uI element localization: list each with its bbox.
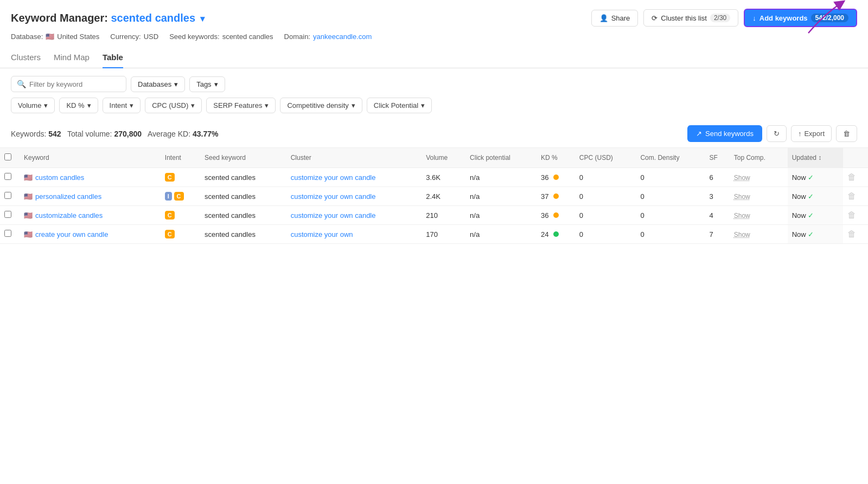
filter-input-container[interactable]: 🔍 bbox=[11, 76, 126, 92]
keywords-table: Keyword Intent Seed keyword Cluster Volu… bbox=[0, 148, 868, 244]
databases-dropdown[interactable]: Databases ▾ bbox=[131, 76, 185, 92]
volume-dropdown[interactable]: Volume ▾ bbox=[11, 98, 55, 113]
row-checkbox[interactable] bbox=[4, 230, 11, 237]
top-comp-cell: Show bbox=[730, 206, 788, 225]
row-checkbox-cell[interactable] bbox=[0, 225, 20, 244]
keywords-table-container: Keyword Intent Seed keyword Cluster Volu… bbox=[0, 148, 868, 244]
intent-badge: C bbox=[165, 211, 175, 220]
title-prefix: Keyword Manager: bbox=[11, 12, 111, 24]
intent-dropdown[interactable]: Intent ▾ bbox=[103, 98, 141, 113]
click-potential-dropdown[interactable]: Click Potential ▾ bbox=[367, 98, 432, 113]
click-potential-cell: n/a bbox=[465, 225, 537, 244]
kd-value: 43.77% bbox=[193, 130, 218, 138]
updated-cell: Now ✓ bbox=[788, 225, 843, 244]
chevron-down-icon: ▾ bbox=[44, 101, 48, 109]
intent-cell: C bbox=[161, 168, 200, 187]
cpc-cell: 0 bbox=[575, 225, 636, 244]
volume-value: 270,800 bbox=[114, 130, 142, 138]
send-keywords-button[interactable]: ↗ Send keywords bbox=[687, 125, 762, 142]
share-button[interactable]: 👤 Share bbox=[591, 10, 639, 27]
delete-cell[interactable]: 🗑 bbox=[843, 187, 868, 206]
tab-clusters[interactable]: Clusters bbox=[11, 47, 41, 68]
volume-cell: 3.6K bbox=[422, 168, 465, 187]
send-icon: ↗ bbox=[696, 130, 702, 138]
show-link[interactable]: Show bbox=[734, 212, 750, 220]
add-keywords-button[interactable]: ↓ Add keywords 542/2,000 bbox=[744, 9, 857, 27]
competitive-density-dropdown[interactable]: Competitive density ▾ bbox=[280, 98, 362, 113]
delete-cell[interactable]: 🗑 bbox=[843, 168, 868, 187]
updated-text: Now bbox=[792, 192, 806, 201]
sf-cell: 6 bbox=[705, 168, 730, 187]
keyword-link[interactable]: 🇺🇸 custom candles bbox=[24, 173, 156, 182]
row-checkbox-cell[interactable] bbox=[0, 187, 20, 206]
cpc-cell: 0 bbox=[575, 168, 636, 187]
search-icon: 🔍 bbox=[17, 80, 26, 88]
row-delete-button[interactable]: 🗑 bbox=[847, 191, 856, 201]
cluster-link[interactable]: customize your own candle bbox=[291, 173, 376, 182]
show-link[interactable]: Show bbox=[734, 174, 750, 182]
refresh-button[interactable]: ↻ bbox=[767, 125, 787, 142]
click-potential-cell: n/a bbox=[465, 187, 537, 206]
cluster-link[interactable]: customize your own candle bbox=[291, 211, 376, 220]
com-density-cell: 0 bbox=[636, 187, 705, 206]
delete-cell[interactable]: 🗑 bbox=[843, 225, 868, 244]
stats-row: Keywords: 542 Total volume: 270,800 Aver… bbox=[0, 121, 868, 148]
seed-info: Seed keywords: scented candles bbox=[169, 33, 273, 41]
serp-features-dropdown[interactable]: SERP Features ▾ bbox=[206, 98, 276, 113]
row-checkbox[interactable] bbox=[4, 192, 11, 199]
keyword-link[interactable]: 🇺🇸 create your own candle bbox=[24, 230, 156, 238]
title-chevron-icon[interactable]: ▾ bbox=[197, 14, 204, 23]
cluster-button[interactable]: ⟳ Cluster this list 2/30 bbox=[643, 9, 738, 27]
intent-badge: C bbox=[165, 230, 175, 238]
delete-cell[interactable]: 🗑 bbox=[843, 206, 868, 225]
top-comp-cell: Show bbox=[730, 187, 788, 206]
kd-cell: 37 bbox=[537, 187, 575, 206]
export-button[interactable]: ↑ Export bbox=[791, 125, 832, 142]
cpc-dropdown[interactable]: CPC (USD) ▾ bbox=[145, 98, 202, 113]
select-all-header[interactable] bbox=[0, 148, 20, 168]
show-link[interactable]: Show bbox=[734, 193, 750, 201]
row-checkbox[interactable] bbox=[4, 211, 11, 218]
click-potential-cell: n/a bbox=[465, 206, 537, 225]
cluster-cell: customize your own candle bbox=[286, 206, 422, 225]
updated-text: Now bbox=[792, 230, 806, 238]
cluster-link[interactable]: customize your own candle bbox=[291, 192, 376, 201]
select-all-checkbox[interactable] bbox=[4, 153, 11, 160]
cpc-cell: 0 bbox=[575, 206, 636, 225]
flag-icon: 🇺🇸 bbox=[24, 173, 33, 182]
tags-dropdown[interactable]: Tags ▾ bbox=[189, 76, 225, 92]
keyword-link[interactable]: 🇺🇸 customizable candles bbox=[24, 211, 156, 220]
com-density-cell: 0 bbox=[636, 225, 705, 244]
row-delete-button[interactable]: 🗑 bbox=[847, 172, 856, 182]
delete-button[interactable]: 🗑 bbox=[836, 125, 857, 142]
intent-badge: C bbox=[174, 192, 184, 201]
seed-keyword-cell: scented candles bbox=[200, 206, 286, 225]
top-comp-cell: Show bbox=[730, 168, 788, 187]
check-icon: ✓ bbox=[808, 192, 814, 201]
refresh-icon: ↻ bbox=[774, 130, 780, 138]
row-delete-button[interactable]: 🗑 bbox=[847, 229, 856, 238]
kd-dropdown[interactable]: KD % ▾ bbox=[59, 98, 98, 113]
show-link[interactable]: Show bbox=[734, 231, 750, 238]
tab-table[interactable]: Table bbox=[103, 47, 123, 68]
flag-icon: 🇺🇸 bbox=[24, 211, 33, 220]
domain-link[interactable]: yankeecandle.com bbox=[313, 33, 372, 41]
volume-cell: 210 bbox=[422, 206, 465, 225]
kd-col-header: KD % bbox=[537, 148, 575, 168]
add-keywords-badge: 542/2,000 bbox=[811, 14, 848, 22]
kd-dot bbox=[553, 231, 559, 237]
top-comp-col-header: Top Comp. bbox=[730, 148, 788, 168]
tab-mindmap[interactable]: Mind Map bbox=[54, 47, 90, 68]
row-checkbox[interactable] bbox=[4, 173, 11, 180]
chevron-down-icon: ▾ bbox=[352, 101, 355, 109]
filter-keyword-input[interactable] bbox=[29, 80, 120, 88]
cluster-link[interactable]: customize your own bbox=[291, 230, 353, 238]
cluster-cell: customize your own bbox=[286, 225, 422, 244]
check-icon: ✓ bbox=[808, 211, 814, 220]
updated-col-header[interactable]: Updated ↕ bbox=[788, 148, 843, 168]
row-checkbox-cell[interactable] bbox=[0, 168, 20, 187]
keyword-link[interactable]: 🇺🇸 personalized candles bbox=[24, 192, 156, 201]
row-delete-button[interactable]: 🗑 bbox=[847, 210, 856, 220]
row-checkbox-cell[interactable] bbox=[0, 206, 20, 225]
keywords-count: 542 bbox=[48, 130, 61, 138]
